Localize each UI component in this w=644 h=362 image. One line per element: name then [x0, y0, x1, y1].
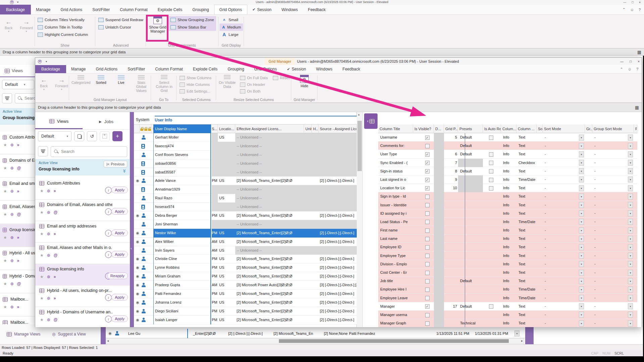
table-row[interactable]: ◉ Diego Siciliani PM US [2] Microsoft_Te…	[134, 307, 357, 316]
outer-filter-button[interactable]	[2, 93, 12, 103]
previous-button[interactable]: |<Previous	[104, 161, 127, 167]
checkbox[interactable]	[489, 152, 493, 157]
star-icon[interactable]: ★	[3, 212, 7, 217]
checkbox[interactable]	[425, 321, 430, 326]
outer-search-box[interactable]: Search	[15, 93, 35, 103]
outer-grouping-zone[interactable]: Drag a column header to this grouping zo…	[0, 48, 644, 56]
checkbox[interactable]: ✓	[425, 169, 430, 173]
vertical-scrollbar[interactable]: ▴	[357, 112, 363, 327]
star-icon[interactable]: ★	[3, 281, 7, 286]
table-row[interactable]: ◉ Debra Berger PM US [2] Microsoft_Teams…	[134, 211, 357, 220]
table-row[interactable]: fawocoj474 -- Unlicensed --	[134, 142, 357, 151]
tab-session[interactable]: ✔Session	[247, 5, 277, 14]
checkbox[interactable]	[425, 144, 430, 148]
table-row[interactable]: ◉ Adele Vance PM US [2] Microsoft_Teams_…	[134, 176, 357, 185]
ribbon-item-edit-settings-[interactable]: Edit Settings...	[178, 88, 215, 95]
back-button[interactable]: ←Back▾	[40, 76, 48, 91]
ribbon-item-sorted[interactable]: Sorted	[92, 73, 110, 93]
checkbox[interactable]: ✓	[425, 186, 430, 191]
star-icon[interactable]: ★	[3, 143, 7, 147]
info-icon[interactable]: i	[105, 316, 112, 322]
checkbox[interactable]	[425, 211, 430, 216]
dropdown-arrow-icon[interactable]: ▾	[514, 330, 519, 337]
tab-grid-options[interactable]: Grid Options	[249, 65, 282, 73]
ribbon-item-hide-columns[interactable]: Hide Columns	[178, 81, 215, 88]
table-row[interactable]: Manager userna Info Text -▾ -▾	[378, 311, 637, 319]
ribbon-item-column-titles-vertically[interactable]: Column Titles Vertically	[36, 16, 94, 23]
column-header[interactable]: Grid P...	[444, 124, 458, 133]
table-row[interactable]: User Type ✓ 6 Default Info Text -▾ -▾	[378, 150, 637, 158]
table-row[interactable]: ◉ Alex Wilber AM US [2] Microsoft_Teams_…	[134, 238, 357, 246]
close-icon[interactable]: ×	[639, 1, 641, 4]
dropdown-arrow-icon[interactable]: ▾	[579, 270, 584, 276]
maximize-icon[interactable]: □	[632, 1, 633, 4]
apply-button[interactable]: Reapply	[107, 272, 128, 279]
table-row[interactable]: ◉ Johanna Lorenz PM US [2] Microsoft_Tea…	[134, 298, 357, 307]
chevron-down-icon[interactable]: ≫	[122, 169, 127, 173]
dropdown-arrow-icon[interactable]: ▾	[579, 185, 584, 191]
feedback-smiley-icon[interactable]: ☺	[630, 8, 634, 12]
checkbox[interactable]	[425, 203, 430, 207]
star-icon[interactable]: ★	[40, 253, 44, 258]
column-header[interactable]: Effective Assigned Licens...	[235, 124, 304, 133]
list-item[interactable]: Email and smtp addresses ★⊛»	[0, 178, 35, 201]
qat-dropdown-icon[interactable]: ▾	[17, 1, 18, 4]
checkbox[interactable]	[425, 254, 430, 258]
save-button[interactable]	[100, 131, 110, 141]
dropdown-arrow-icon[interactable]: ▾	[628, 168, 633, 174]
dropdown-arrow-icon[interactable]: ▾	[628, 151, 633, 157]
table-row[interactable]: ◉ Nestor Wilke PM US [2] Microsoft_Teams…	[134, 229, 357, 238]
dropdown-arrow-icon[interactable]: ▾	[628, 202, 633, 208]
tab-session[interactable]: ✔Session	[282, 65, 311, 73]
star-icon[interactable]: ★	[3, 235, 7, 240]
dropdown-arrow-icon[interactable]: ▾	[579, 176, 584, 183]
dropdown-arrow-icon[interactable]: ▾	[579, 143, 584, 149]
ribbon-item-medium[interactable]: AMedium	[219, 23, 243, 31]
star-icon[interactable]: ★	[40, 274, 44, 279]
table-row[interactable]: Gerhart Moller US -- Unlicensed --	[134, 133, 357, 142]
add-view-button[interactable]: +	[112, 131, 122, 141]
tab-backstage[interactable]: Backstage	[35, 65, 66, 73]
star-icon[interactable]: ★	[40, 189, 44, 193]
tab-grid-options[interactable]: Grid Options	[214, 5, 247, 14]
tab-views[interactable]: Views	[35, 114, 83, 129]
table-row[interactable]: Joni Sherman -- Unlicensed --	[134, 220, 357, 229]
tab-grid-actions[interactable]: Grid Actions	[91, 65, 122, 73]
suggest-view-button[interactable]: ◎Suggest a View	[52, 332, 86, 337]
on-visible-data-button[interactable]: On Visible Data	[218, 75, 237, 89]
column-header[interactable]: Colum...	[501, 124, 516, 133]
column-header[interactable]: Is Auto Res...	[483, 124, 501, 133]
dropdown-arrow-icon[interactable]: ▾	[628, 253, 633, 259]
ribbon-item-show-grouping-zone[interactable]: Show Grouping Zone	[168, 16, 216, 23]
tab-sort-filter[interactable]: Sort/Filter	[87, 5, 115, 14]
dropdown-arrow-icon[interactable]: ▾	[628, 320, 633, 326]
dropdown-arrow-icon[interactable]: ▾	[628, 143, 633, 149]
apply-button[interactable]: Apply	[111, 294, 128, 301]
list-item[interactable]: Hybrid - Domains of User ★⊛@	[0, 270, 35, 293]
dropdown-arrow-icon[interactable]: ▾	[579, 312, 584, 318]
dropdown-arrow-icon[interactable]: ▾	[628, 227, 633, 234]
dropdown-arrow-icon[interactable]: ▾	[628, 270, 633, 276]
dropdown-arrow-icon[interactable]: ▾	[579, 219, 584, 225]
checkbox[interactable]	[425, 296, 430, 300]
table-row[interactable]: ◉ Lee Gu_Enter|[2]Ø;Ø[2] [-Direct-];[-Di…	[106, 329, 525, 338]
table-row[interactable]: Sign-in status ✓ 8 Default Info Text -▾ …	[378, 167, 637, 175]
dropdown-arrow-icon[interactable]: ▾	[579, 253, 584, 259]
apply-button[interactable]: Apply	[111, 315, 128, 322]
undo-button[interactable]: ↺	[87, 131, 97, 141]
dropdown-arrow-icon[interactable]: ▾	[628, 244, 633, 250]
table-row[interactable]: Job title Default Info Text -▾ -▾	[378, 277, 637, 285]
column-header[interactable]: Filte...	[634, 124, 637, 133]
table-row[interactable]: Raul Razo US -- Unlicensed --	[134, 194, 357, 203]
table-row[interactable]: sabad35587 -- Unlicensed --	[134, 168, 357, 177]
star-icon[interactable]: ★	[3, 305, 7, 309]
ribbon-item-highlight-current-column[interactable]: Highlight Current Column	[36, 31, 94, 38]
minimize-icon[interactable]: —	[620, 60, 624, 63]
star-icon[interactable]: ★	[3, 166, 7, 170]
table-row[interactable]: Comments for: Default Info Text -▾ -▾	[378, 142, 637, 150]
show-grid-manager-button[interactable]: ⚙ Show Grid Manager	[148, 16, 168, 33]
forward-button[interactable]: →Forward▾	[20, 18, 33, 33]
ribbon-item-unlatch-cursor[interactable]: Unlatch Cursor	[96, 23, 145, 31]
star-icon[interactable]: ★	[3, 258, 7, 263]
list-item[interactable]: Group licensing info ★⊛» i Reapply	[35, 264, 130, 286]
